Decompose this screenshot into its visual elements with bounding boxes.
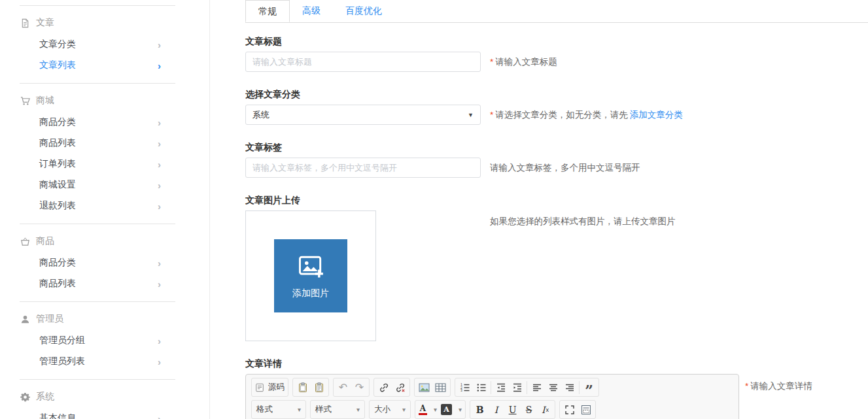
link-button[interactable] (375, 380, 392, 395)
field-article-detail: 文章详情 源码 (245, 356, 868, 419)
source-button[interactable]: 源码 (253, 380, 286, 395)
sidebar-item-admin-group[interactable]: 管理员分组 › (20, 330, 175, 351)
align-right-button[interactable] (561, 380, 578, 395)
editor-toolbar-row-1: 源码 (251, 378, 733, 397)
sidebar-item-label: 商品分类 (39, 257, 76, 269)
sidebar-section-label: 系统 (36, 391, 54, 403)
remove-format-icon: I (542, 405, 546, 414)
text-color-button[interactable]: A ▾ (417, 402, 439, 418)
image-button[interactable] (416, 380, 432, 395)
bulleted-list-button[interactable] (473, 380, 489, 395)
sidebar-section-label: 文章 (36, 17, 54, 29)
field-label: 文章标题 (245, 33, 868, 48)
bold-button[interactable]: B (472, 402, 488, 418)
sidebar-item-goods-category[interactable]: 商品分类 › (20, 112, 175, 133)
remove-format-button[interactable]: Ix (537, 402, 553, 418)
text-color-icon: A (419, 405, 427, 415)
chevron-right-icon: › (158, 258, 161, 268)
image-icon (419, 382, 430, 393)
chevron-right-icon: › (158, 118, 161, 127)
paste-text-button[interactable] (311, 380, 327, 395)
sidebar-section-label: 商品 (36, 235, 54, 247)
sidebar-section-article: 文章 文章分类 › 文章列表 › (20, 6, 175, 83)
sidebar-item-order-list[interactable]: 订单列表 › (20, 154, 175, 175)
article-tags-input[interactable] (245, 158, 481, 178)
format-dropdown[interactable]: 格式 ▾ (253, 402, 304, 418)
sidebar-header-mall[interactable]: 商城 (20, 90, 175, 112)
article-category-select[interactable]: 系统 ▼ (245, 105, 481, 125)
blockquote-button[interactable]: ” (581, 380, 597, 395)
strikethrough-icon: S (526, 405, 532, 414)
sidebar-item-article-category[interactable]: 文章分类 › (20, 34, 175, 55)
add-image-button-label: 添加图片 (292, 288, 329, 299)
chevron-right-icon: › (158, 279, 161, 289)
sidebar-header-article[interactable]: 文章 (20, 12, 175, 34)
unlink-button[interactable] (392, 380, 408, 395)
field-article-title: 文章标题 *请输入文章标题 (245, 33, 868, 72)
field-label: 文章标签 (245, 139, 868, 154)
add-category-link[interactable]: 添加文章分类 (630, 110, 683, 120)
unlink-icon (395, 382, 406, 393)
toolbar-separator (491, 381, 491, 394)
sidebar-item-admin-list[interactable]: 管理员列表 › (20, 351, 175, 372)
chevron-right-icon: › (158, 159, 161, 169)
add-image-button[interactable]: 添加图片 (274, 239, 347, 312)
strikethrough-button[interactable]: S (521, 402, 537, 418)
tab-advanced[interactable]: 高级 (290, 0, 333, 22)
redo-button[interactable]: ↷ (351, 380, 368, 395)
style-dropdown[interactable]: 样式 ▾ (312, 402, 363, 418)
numbered-list-button[interactable]: 123 (457, 380, 473, 395)
size-dropdown[interactable]: 大小 ▾ (371, 402, 409, 418)
sidebar-section-label: 管理员 (36, 313, 63, 325)
add-image-icon (296, 252, 326, 283)
chevron-right-icon: › (158, 139, 161, 148)
blockquote-icon: ” (585, 382, 593, 393)
bg-color-button[interactable]: A ▾ (439, 402, 464, 418)
main-content: 常规 高级 百度优化 文章标题 *请输入文章标题 选择文章分类 (210, 0, 868, 419)
sidebar-item-article-list[interactable]: 文章列表 › (20, 55, 175, 76)
table-button[interactable] (432, 380, 449, 395)
align-left-button[interactable] (529, 380, 545, 395)
caret-down-icon: ▾ (356, 406, 360, 413)
show-blocks-button[interactable] (578, 402, 594, 418)
sidebar-item-product-category[interactable]: 商品分类 › (20, 252, 175, 273)
underline-icon: U (509, 405, 517, 414)
select-caret-icon: ▼ (468, 112, 474, 118)
sidebar-item-mall-settings[interactable]: 商城设置 › (20, 175, 175, 195)
maximize-button[interactable] (561, 402, 578, 418)
indent-button[interactable] (509, 380, 525, 395)
paste-icon (298, 382, 308, 393)
sidebar-header-admin[interactable]: 管理员 (20, 308, 175, 330)
sidebar-header-system[interactable]: 系统 (20, 386, 175, 408)
redo-icon: ↷ (355, 381, 364, 394)
sidebar-header-product[interactable]: 商品 (20, 230, 175, 252)
bg-color-icon: A (441, 404, 452, 415)
tab-general[interactable]: 常规 (245, 0, 290, 22)
required-asterisk: * (490, 57, 493, 67)
italic-button[interactable]: I (488, 402, 504, 418)
sidebar-item-product-list[interactable]: 商品列表 › (20, 273, 175, 294)
tab-baidu-seo[interactable]: 百度优化 (333, 0, 394, 22)
chevron-right-icon: › (158, 180, 161, 190)
align-center-icon (548, 382, 559, 393)
toolbar-separator (527, 381, 527, 394)
show-blocks-icon (581, 405, 591, 415)
article-title-input[interactable] (245, 52, 481, 72)
article-form: 文章标题 *请输入文章标题 选择文章分类 系统 (245, 23, 868, 419)
undo-button[interactable]: ↶ (335, 380, 351, 395)
sidebar-item-goods-list[interactable]: 商品列表 › (20, 133, 175, 154)
paste-button[interactable] (294, 380, 311, 395)
source-code-icon (255, 383, 264, 392)
align-center-button[interactable] (545, 380, 561, 395)
outdent-button[interactable] (493, 380, 509, 395)
sidebar-item-refund-list[interactable]: 退款列表 › (20, 195, 175, 216)
field-hint: *请选择文章分类，如无分类，请先添加文章分类 (490, 109, 683, 121)
sidebar-item-label: 订单列表 (39, 158, 76, 170)
field-hint: *请输入文章标题 (490, 56, 557, 68)
underline-button[interactable]: U (504, 402, 521, 418)
field-label: 选择文章分类 (245, 86, 868, 101)
required-asterisk: * (745, 381, 748, 391)
image-upload-area[interactable]: 添加图片 (245, 210, 376, 341)
sidebar-item-basic-info[interactable]: 基本信息 › (20, 408, 175, 419)
article-icon (20, 18, 30, 28)
